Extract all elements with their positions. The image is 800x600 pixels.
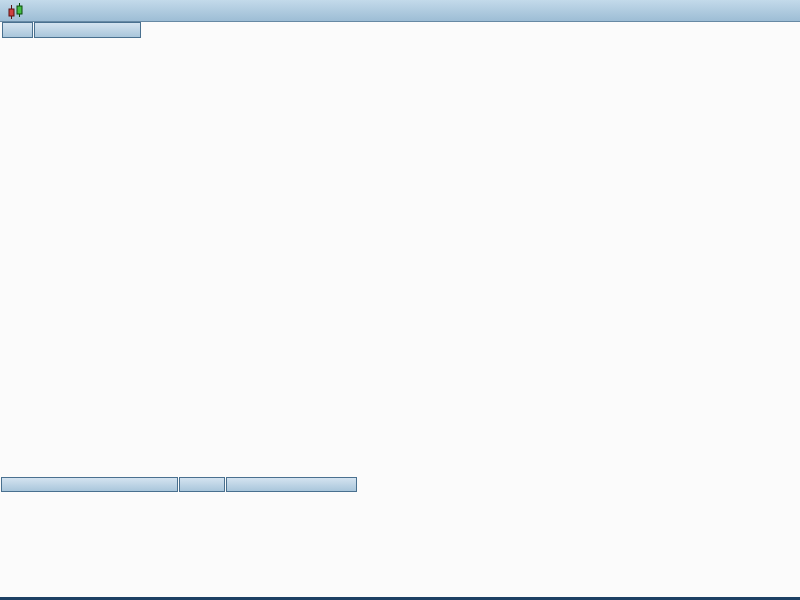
title-bar (0, 0, 800, 22)
tab-macd-minus-signal[interactable] (1, 477, 178, 492)
chart-window (0, 0, 800, 600)
tab-macd-line[interactable] (226, 477, 357, 492)
candlestick-logo-icon (7, 2, 24, 20)
tab-signal[interactable] (179, 477, 225, 492)
tab-supertrend[interactable] (34, 22, 141, 38)
tab-prix[interactable] (2, 22, 33, 38)
chart-canvas[interactable] (0, 0, 800, 600)
